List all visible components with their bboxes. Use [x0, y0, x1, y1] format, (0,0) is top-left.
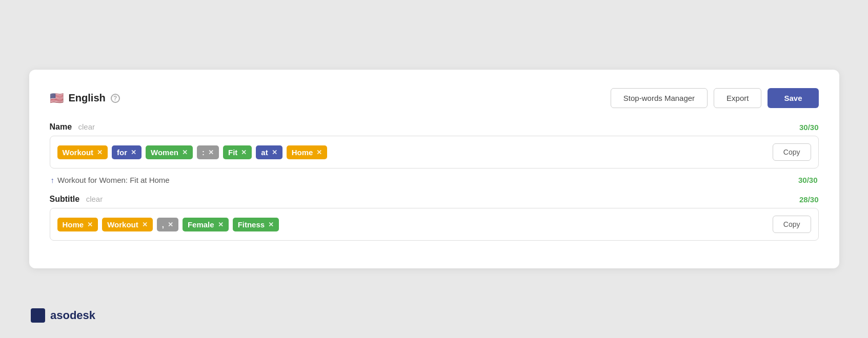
tag-home-text: Home [292, 148, 313, 157]
name-suggest-row: ↑ Workout for Women: Fit at Home 30/30 [50, 176, 819, 184]
subtitle-count: 28/30 [799, 195, 819, 204]
header-row: 🇺🇸 English ? Stop-words Manager Export S… [50, 88, 819, 108]
tag-subtitle-female-text: Female [188, 220, 214, 229]
tag-for-remove[interactable]: ✕ [131, 149, 136, 156]
tag-fit-text: Fit [228, 148, 237, 157]
subtitle-section-header: Subtitle clear 28/30 [50, 195, 819, 204]
stop-words-manager-button[interactable]: Stop-words Manager [611, 88, 708, 108]
tag-subtitle-fitness-text: Fitness [238, 220, 265, 229]
name-count: 30/30 [799, 123, 819, 132]
subtitle-label-area: Subtitle clear [50, 195, 103, 204]
save-button[interactable]: Save [768, 88, 818, 108]
tag-subtitle-home[interactable]: Home ✕ [57, 218, 98, 231]
tag-subtitle-workout[interactable]: Workout ✕ [102, 218, 153, 231]
tag-subtitle-home-remove[interactable]: ✕ [87, 221, 93, 228]
tag-home[interactable]: Home ✕ [287, 145, 328, 159]
name-section-header: Name clear 30/30 [50, 122, 819, 132]
name-tags-area: Workout ✕ for ✕ Women ✕ : ✕ Fit ✕ at ✕ [57, 145, 766, 159]
tag-workout[interactable]: Workout ✕ [57, 145, 108, 159]
tag-at[interactable]: at ✕ [256, 145, 282, 159]
subtitle-tag-box[interactable]: Home ✕ Workout ✕ , ✕ Female ✕ Fitness ✕ … [50, 208, 819, 241]
name-copy-button[interactable]: Copy [773, 143, 811, 161]
tag-fit[interactable]: Fit ✕ [223, 145, 252, 159]
name-suggest-text-area: ↑ Workout for Women: Fit at Home [51, 176, 170, 184]
tag-women[interactable]: Women ✕ [146, 145, 193, 159]
tag-at-text: at [261, 148, 268, 157]
name-clear-button[interactable]: clear [78, 122, 95, 131]
export-button[interactable]: Export [714, 88, 761, 108]
tag-subtitle-comma-remove[interactable]: ✕ [168, 221, 173, 228]
tag-workout-remove[interactable]: ✕ [97, 149, 103, 156]
flag-icon: 🇺🇸 [50, 92, 64, 105]
subtitle-tags-area: Home ✕ Workout ✕ , ✕ Female ✕ Fitness ✕ [57, 218, 766, 231]
tag-subtitle-female[interactable]: Female ✕ [183, 218, 229, 231]
tag-subtitle-workout-remove[interactable]: ✕ [142, 221, 148, 228]
tag-fit-remove[interactable]: ✕ [241, 149, 247, 156]
tag-subtitle-fitness[interactable]: Fitness ✕ [233, 218, 279, 231]
tag-subtitle-home-text: Home [63, 220, 84, 229]
tag-subtitle-fitness-remove[interactable]: ✕ [268, 221, 274, 228]
main-panel: 🇺🇸 English ? Stop-words Manager Export S… [29, 70, 839, 268]
tag-for[interactable]: for ✕ [112, 145, 142, 159]
footer: asodesk [31, 308, 95, 323]
tag-at-remove[interactable]: ✕ [272, 149, 277, 156]
name-suggest-text: Workout for Women: Fit at Home [57, 176, 170, 184]
tag-colon[interactable]: : ✕ [197, 145, 219, 159]
suggest-arrow-icon: ↑ [51, 176, 55, 184]
tag-women-text: Women [151, 148, 178, 157]
name-label: Name [50, 122, 72, 131]
language-label: English [69, 92, 106, 104]
name-label-area: Name clear [50, 122, 95, 132]
tag-subtitle-comma-text: , [162, 220, 164, 229]
subtitle-label: Subtitle [50, 195, 80, 203]
subtitle-clear-button[interactable]: clear [86, 195, 103, 203]
header-buttons: Stop-words Manager Export Save [611, 88, 819, 108]
tag-colon-remove[interactable]: ✕ [208, 149, 214, 156]
help-icon[interactable]: ? [111, 94, 120, 103]
tag-for-text: for [117, 148, 127, 157]
tag-subtitle-female-remove[interactable]: ✕ [218, 221, 224, 228]
tag-colon-text: : [202, 148, 205, 157]
name-suggest-count: 30/30 [798, 176, 818, 184]
tag-subtitle-comma[interactable]: , ✕ [157, 218, 178, 231]
asodesk-logo-icon [31, 308, 45, 323]
tag-workout-text: Workout [63, 148, 94, 157]
tag-home-remove[interactable]: ✕ [316, 149, 322, 156]
asodesk-brand-name: asodesk [50, 309, 95, 322]
subtitle-copy-button[interactable]: Copy [773, 216, 811, 233]
tag-women-remove[interactable]: ✕ [182, 149, 188, 156]
tag-subtitle-workout-text: Workout [107, 220, 138, 229]
language-area: 🇺🇸 English ? [50, 92, 120, 105]
name-tag-box[interactable]: Workout ✕ for ✕ Women ✕ : ✕ Fit ✕ at ✕ [50, 136, 819, 168]
